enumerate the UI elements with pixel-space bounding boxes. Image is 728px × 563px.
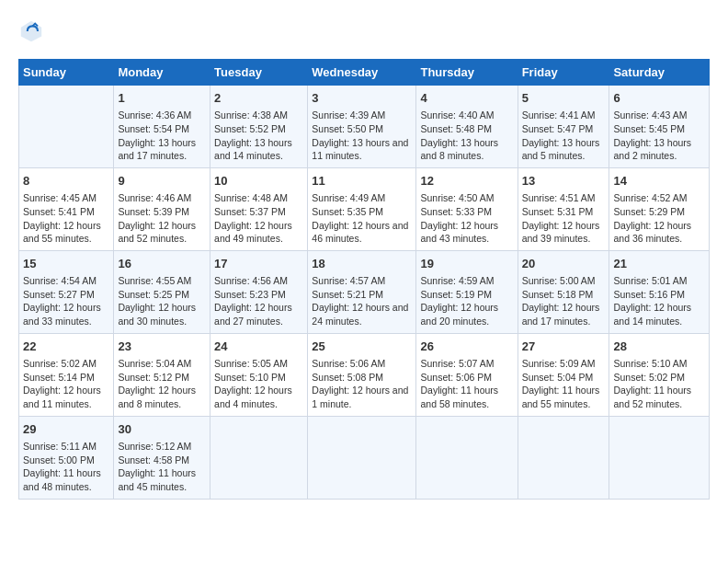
calendar-cell: 12Sunrise: 4:50 AMSunset: 5:33 PMDayligh…: [416, 167, 518, 250]
sunrise: Sunrise: 4:41 AM: [522, 109, 596, 121]
daylight: Daylight: 13 hours and 5 minutes.: [522, 137, 600, 162]
daylight: Daylight: 12 hours and 49 minutes.: [214, 220, 292, 245]
day-number: 29: [23, 421, 109, 438]
logo: [18, 18, 48, 44]
header-friday: Friday: [518, 60, 609, 86]
calendar-week-row: 1Sunrise: 4:36 AMSunset: 5:54 PMDaylight…: [19, 86, 710, 168]
calendar-cell: 2Sunrise: 4:38 AMSunset: 5:52 PMDaylight…: [210, 86, 308, 168]
sunrise: Sunrise: 4:38 AM: [214, 109, 288, 121]
sunset: Sunset: 5:10 PM: [214, 372, 286, 383]
calendar-cell: 19Sunrise: 4:59 AMSunset: 5:19 PMDayligh…: [416, 250, 518, 333]
sunset: Sunset: 5:08 PM: [312, 372, 383, 383]
day-number: 23: [118, 339, 206, 355]
header-monday: Monday: [114, 60, 210, 86]
sunrise: Sunrise: 4:51 AM: [522, 192, 596, 203]
calendar-cell: 10Sunrise: 4:48 AMSunset: 5:37 PMDayligh…: [210, 167, 308, 250]
sunset: Sunset: 5:21 PM: [312, 289, 383, 300]
sunset: Sunset: 5:23 PM: [214, 289, 286, 300]
sunrise: Sunrise: 5:04 AM: [118, 358, 191, 369]
day-number: 20: [522, 256, 606, 272]
sunrise: Sunrise: 5:07 AM: [420, 358, 494, 369]
day-number: 10: [214, 173, 303, 190]
daylight: Daylight: 13 hours and 2 minutes.: [613, 137, 691, 162]
sunrise: Sunrise: 5:00 AM: [522, 275, 596, 286]
calendar-cell: 25Sunrise: 5:06 AMSunset: 5:08 PMDayligh…: [308, 333, 416, 416]
calendar-week-row: 15Sunrise: 4:54 AMSunset: 5:27 PMDayligh…: [19, 250, 710, 333]
sunset: Sunset: 5:50 PM: [312, 123, 383, 134]
sunset: Sunset: 5:16 PM: [613, 289, 685, 300]
day-number: 13: [522, 173, 606, 190]
sunset: Sunset: 5:19 PM: [420, 289, 492, 300]
daylight: Daylight: 11 hours and 55 minutes.: [522, 385, 600, 409]
calendar-cell: 17Sunrise: 4:56 AMSunset: 5:23 PMDayligh…: [210, 250, 308, 333]
calendar-cell: 26Sunrise: 5:07 AMSunset: 5:06 PMDayligh…: [416, 333, 518, 416]
calendar-cell: 28Sunrise: 5:10 AMSunset: 5:02 PMDayligh…: [609, 333, 710, 416]
daylight: Daylight: 12 hours and 24 minutes.: [312, 302, 408, 327]
day-number: 30: [118, 421, 206, 438]
daylight: Daylight: 12 hours and 17 minutes.: [522, 302, 600, 327]
daylight: Daylight: 12 hours and 55 minutes.: [23, 220, 101, 245]
sunset: Sunset: 5:00 PM: [23, 454, 95, 465]
sunset: Sunset: 5:52 PM: [214, 123, 286, 134]
sunrise: Sunrise: 5:01 AM: [613, 275, 687, 286]
calendar-cell: [308, 416, 416, 499]
daylight: Daylight: 12 hours and 14 minutes.: [613, 302, 691, 327]
calendar-cell: [518, 416, 609, 499]
daylight: Daylight: 12 hours and 52 minutes.: [118, 220, 196, 245]
day-number: 25: [312, 339, 412, 355]
sunset: Sunset: 5:04 PM: [522, 372, 594, 383]
daylight: Daylight: 11 hours and 52 minutes.: [613, 385, 691, 409]
calendar-cell: 5Sunrise: 4:41 AMSunset: 5:47 PMDaylight…: [518, 86, 609, 168]
sunset: Sunset: 5:47 PM: [522, 123, 594, 134]
calendar-cell: 22Sunrise: 5:02 AMSunset: 5:14 PMDayligh…: [19, 333, 114, 416]
day-number: 18: [312, 256, 412, 272]
sunrise: Sunrise: 4:49 AM: [312, 192, 385, 203]
sunset: Sunset: 5:14 PM: [23, 372, 95, 383]
calendar-cell: [416, 416, 518, 499]
header-sunday: Sunday: [19, 60, 114, 86]
sunset: Sunset: 5:06 PM: [420, 372, 492, 383]
calendar-cell: 16Sunrise: 4:55 AMSunset: 5:25 PMDayligh…: [114, 250, 210, 333]
day-number: 21: [613, 256, 705, 272]
calendar-week-row: 29Sunrise: 5:11 AMSunset: 5:00 PMDayligh…: [19, 416, 710, 499]
day-number: 15: [23, 256, 109, 272]
sunrise: Sunrise: 4:45 AM: [23, 192, 97, 203]
day-number: 28: [613, 339, 705, 355]
sunrise: Sunrise: 4:54 AM: [23, 275, 97, 286]
day-number: 11: [312, 173, 412, 190]
calendar-cell: 23Sunrise: 5:04 AMSunset: 5:12 PMDayligh…: [114, 333, 210, 416]
calendar-cell: [210, 416, 308, 499]
day-number: 14: [613, 173, 705, 190]
day-number: 19: [420, 256, 513, 272]
calendar-cell: 15Sunrise: 4:54 AMSunset: 5:27 PMDayligh…: [19, 250, 114, 333]
calendar-cell: [609, 416, 710, 499]
day-number: 2: [214, 90, 303, 107]
daylight: Daylight: 13 hours and 14 minutes.: [214, 137, 292, 162]
calendar-cell: 4Sunrise: 4:40 AMSunset: 5:48 PMDaylight…: [416, 86, 518, 168]
sunset: Sunset: 5:39 PM: [118, 206, 189, 217]
calendar-week-row: 22Sunrise: 5:02 AMSunset: 5:14 PMDayligh…: [19, 333, 710, 416]
calendar-cell: 24Sunrise: 5:05 AMSunset: 5:10 PMDayligh…: [210, 333, 308, 416]
sunrise: Sunrise: 4:39 AM: [312, 109, 385, 121]
daylight: Daylight: 12 hours and 39 minutes.: [522, 220, 600, 245]
calendar-table: SundayMondayTuesdayWednesdayThursdayFrid…: [18, 59, 710, 500]
day-number: 3: [312, 90, 412, 107]
sunrise: Sunrise: 5:02 AM: [23, 358, 97, 369]
daylight: Daylight: 13 hours and 11 minutes.: [312, 137, 408, 162]
calendar-cell: 30Sunrise: 5:12 AMSunset: 4:58 PMDayligh…: [114, 416, 210, 499]
sunset: Sunset: 5:41 PM: [23, 206, 95, 217]
day-number: 17: [214, 256, 303, 272]
sunset: Sunset: 5:29 PM: [613, 206, 685, 217]
sunset: Sunset: 5:48 PM: [420, 123, 492, 134]
calendar-cell: [19, 86, 114, 168]
calendar-cell: 11Sunrise: 4:49 AMSunset: 5:35 PMDayligh…: [308, 167, 416, 250]
sunset: Sunset: 5:54 PM: [118, 123, 189, 134]
sunrise: Sunrise: 4:43 AM: [613, 109, 687, 121]
sunset: Sunset: 5:27 PM: [23, 289, 95, 300]
daylight: Daylight: 13 hours and 17 minutes.: [118, 137, 196, 162]
daylight: Daylight: 12 hours and 1 minute.: [312, 385, 408, 409]
day-number: 9: [118, 173, 206, 190]
calendar-cell: 29Sunrise: 5:11 AMSunset: 5:00 PMDayligh…: [19, 416, 114, 499]
calendar-cell: 20Sunrise: 5:00 AMSunset: 5:18 PMDayligh…: [518, 250, 609, 333]
sunrise: Sunrise: 4:57 AM: [312, 275, 385, 286]
